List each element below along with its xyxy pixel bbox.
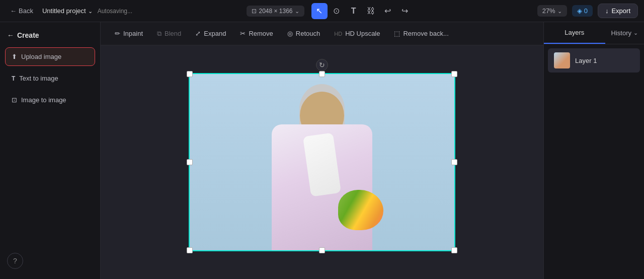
canvas-inner: ↻: [189, 73, 455, 251]
bg-icon: ⬚: [394, 30, 400, 37]
select-tool-button[interactable]: ↖: [311, 3, 328, 19]
history-tab-label: History: [611, 29, 631, 37]
handle-top-right[interactable]: [451, 71, 457, 77]
canvas-size-chevron-icon: [295, 8, 299, 15]
layer-thumbnail: [554, 52, 570, 68]
redo-icon: ↪: [401, 6, 408, 16]
zoom-value: 27%: [542, 7, 555, 15]
canvas-size-value: 2048 × 1366: [259, 8, 292, 15]
layers-tab-label: Layers: [565, 29, 584, 36]
handle-middle-right[interactable]: [451, 159, 457, 165]
remove-background-button[interactable]: ⬚ Remove back...: [388, 27, 454, 40]
hd-upscale-label: HD Upscale: [345, 30, 380, 37]
handle-top-middle[interactable]: [319, 71, 325, 77]
canvas-area: ↻: [101, 45, 543, 279]
layer-item[interactable]: Layer 1: [548, 48, 640, 73]
link-tool-button[interactable]: ⛓: [363, 3, 379, 19]
scissors-icon: ✂: [240, 30, 246, 37]
history-chevron-icon: ⌄: [633, 30, 638, 36]
header-left: Back Untitled project Autosaving...: [6, 5, 132, 17]
image-to-image-icon: ⊡: [12, 96, 17, 104]
sidebar-item-image-to-image[interactable]: ⊡ Image to image: [5, 91, 95, 109]
handle-bottom-left[interactable]: [187, 247, 193, 253]
upload-icon: ⬆: [12, 53, 17, 60]
lasso-tool-button[interactable]: ⊙: [329, 3, 345, 19]
help-icon: ?: [13, 257, 17, 265]
right-panel-tabs: Layers History ⌄: [544, 22, 644, 44]
upload-label: Upload image: [21, 53, 61, 60]
credits-icon: ◈: [577, 7, 582, 15]
undo-button[interactable]: ↩: [380, 3, 396, 19]
canvas-size-selector[interactable]: ⊡ 2048 × 1366: [247, 6, 304, 17]
create-label: Create: [17, 31, 39, 39]
canvas-container[interactable]: ↻: [101, 45, 543, 279]
sidebar-footer: ?: [5, 249, 95, 273]
back-label: Back: [19, 7, 33, 15]
blend-label: Blend: [165, 30, 181, 37]
tab-history[interactable]: History ⌄: [605, 22, 644, 44]
image-to-image-label: Image to image: [21, 96, 66, 104]
header-tools: ↖ ⊙ T ⛓ ↩ ↪: [311, 3, 413, 19]
canvas-photo-bg: [190, 74, 454, 250]
blend-button[interactable]: ⧉ Blend: [151, 27, 187, 41]
right-panel: Layers History ⌄ Layer 1: [543, 22, 644, 279]
back-arrow-icon: ←: [7, 31, 14, 39]
text-to-image-label: Text to image: [19, 75, 58, 82]
expand-label: Expand: [204, 30, 226, 37]
inpaint-button[interactable]: ✏ Inpaint: [109, 27, 149, 40]
cursor-icon: ↖: [316, 6, 323, 16]
tab-layers[interactable]: Layers: [544, 22, 605, 44]
project-name-text: Untitled project: [42, 7, 86, 15]
project-name[interactable]: Untitled project: [42, 7, 93, 15]
undo-icon: ↩: [384, 6, 391, 16]
redo-button[interactable]: ↪: [397, 3, 413, 19]
type-icon: T: [351, 7, 356, 16]
edit-toolbar: ✏ Inpaint ⧉ Blend ⤢ Expand ✂ Remove ◎ Re…: [101, 22, 543, 45]
expand-button[interactable]: ⤢ Expand: [189, 27, 232, 40]
link-icon: ⛓: [367, 7, 375, 16]
sidebar-item-upload[interactable]: ⬆ Upload image: [5, 47, 95, 66]
flowers: [338, 190, 383, 230]
export-button[interactable]: ↓ Export: [598, 4, 638, 18]
type-tool-button[interactable]: T: [346, 3, 362, 19]
canvas-image[interactable]: [189, 73, 455, 251]
download-icon: ↓: [605, 7, 609, 15]
retouch-icon: ◎: [287, 30, 293, 37]
handle-bottom-middle[interactable]: [319, 247, 325, 253]
inpaint-icon: ✏: [115, 30, 120, 37]
header-right: 27% ◈ 0 ↓ Export: [527, 4, 638, 18]
autosave-status: Autosaving...: [98, 8, 132, 15]
blend-icon: ⧉: [157, 30, 162, 38]
canvas-content: ✏ Inpaint ⧉ Blend ⤢ Expand ✂ Remove ◎ Re…: [101, 22, 543, 279]
handle-middle-left[interactable]: [187, 159, 193, 165]
zoom-chevron-icon: [557, 7, 562, 15]
sidebar-item-text-to-image[interactable]: T Text to image: [5, 69, 95, 88]
retouch-label: Retouch: [296, 30, 320, 37]
handle-top-left[interactable]: [187, 71, 193, 77]
main-layout: ← Create ⬆ Upload image T Text to image …: [0, 22, 644, 279]
layer-name: Layer 1: [575, 57, 597, 64]
back-button[interactable]: Back: [6, 5, 37, 17]
retouch-button[interactable]: ◎ Retouch: [281, 27, 326, 40]
text-icon: T: [12, 75, 15, 82]
left-sidebar: ← Create ⬆ Upload image T Text to image …: [0, 22, 101, 279]
canvas-size-icon: ⊡: [252, 8, 257, 15]
zoom-control[interactable]: 27%: [537, 5, 567, 17]
credits-badge: ◈ 0: [572, 5, 593, 17]
remove-label: Remove: [249, 30, 273, 37]
expand-icon: ⤢: [195, 30, 201, 37]
rotate-icon: ↻: [319, 61, 325, 69]
hd-upscale-button[interactable]: HD HD Upscale: [328, 27, 386, 40]
export-label: Export: [611, 7, 630, 15]
project-name-chevron-icon: [88, 7, 93, 15]
back-icon: [10, 7, 17, 15]
rotate-handle[interactable]: ↻: [316, 59, 328, 71]
handle-bottom-right[interactable]: [451, 247, 457, 253]
remove-back-label: Remove back...: [403, 30, 448, 37]
remove-button[interactable]: ✂ Remove: [234, 27, 279, 40]
create-header[interactable]: ← Create: [5, 28, 95, 44]
help-button[interactable]: ?: [7, 253, 23, 269]
header: Back Untitled project Autosaving... ⊡ 20…: [0, 0, 644, 22]
credits-value: 0: [584, 7, 588, 15]
inpaint-label: Inpaint: [123, 30, 143, 37]
